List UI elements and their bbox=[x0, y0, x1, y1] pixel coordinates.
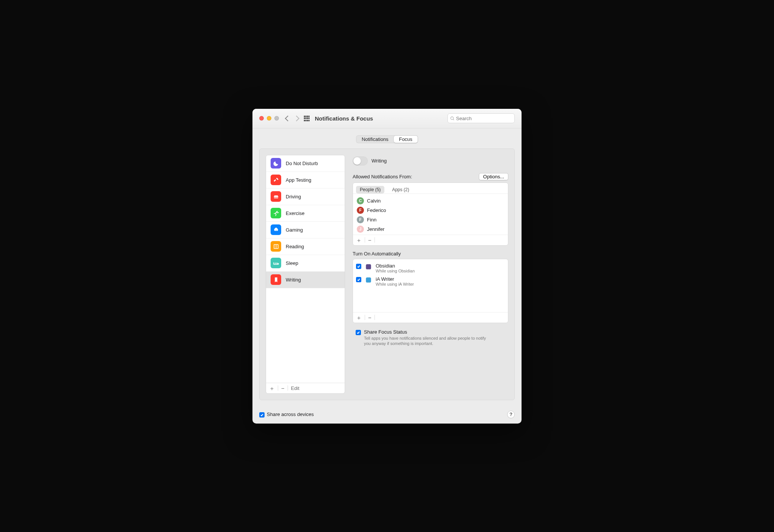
person-name: Finn bbox=[367, 217, 376, 223]
person-name: Calvin bbox=[367, 198, 381, 204]
sidebar-item-do-not-disturb[interactable]: Do Not Disturb bbox=[266, 155, 345, 172]
sidebar-item-writing[interactable]: Writing bbox=[266, 272, 345, 288]
tab-focus[interactable]: Focus bbox=[394, 136, 418, 143]
people-tab[interactable]: People (5) bbox=[356, 186, 384, 193]
person-row[interactable]: C Calvin bbox=[356, 196, 505, 206]
sidebar-item-app-testing[interactable]: App Testing bbox=[266, 172, 345, 189]
auto-header: Turn On Automatically bbox=[353, 251, 508, 257]
app-icon bbox=[365, 263, 372, 270]
avatar: J bbox=[357, 226, 364, 233]
share-focus-status-block: Share Focus Status Tell apps you have no… bbox=[353, 328, 508, 347]
runner-icon bbox=[271, 208, 281, 218]
add-focus-button[interactable]: ＋ bbox=[269, 385, 275, 391]
person-name: Federico bbox=[367, 207, 386, 213]
sidebar-footer: ＋ − Edit bbox=[266, 383, 345, 393]
focus-enabled-switch[interactable] bbox=[353, 156, 368, 165]
focus-item-label: Do Not Disturb bbox=[286, 161, 318, 166]
sidebar-item-sleep[interactable]: Sleep bbox=[266, 255, 345, 272]
person-row[interactable]: F Federico bbox=[356, 206, 505, 215]
car-icon bbox=[271, 191, 281, 202]
remove-auto-button[interactable]: − bbox=[368, 315, 372, 320]
svg-point-0 bbox=[450, 117, 453, 119]
auto-list: Obsidian While using Obsidian iA Writer … bbox=[353, 259, 508, 312]
remove-person-button[interactable]: − bbox=[368, 237, 372, 243]
help-button[interactable]: ? bbox=[507, 411, 515, 418]
auto-item-title: iA Writer bbox=[376, 276, 414, 282]
people-list: C Calvin F Federico F Finn J Jennifer bbox=[353, 194, 508, 235]
focus-item-label: Gaming bbox=[286, 227, 303, 233]
bottom-bar: Share across devices ? bbox=[252, 407, 522, 424]
search-input[interactable] bbox=[456, 116, 512, 121]
avatar: C bbox=[357, 197, 364, 204]
person-row[interactable]: F Finn bbox=[356, 215, 505, 224]
focus-item-label: App Testing bbox=[286, 177, 311, 183]
auto-item[interactable]: iA Writer While using iA Writer bbox=[356, 275, 505, 288]
auto-item-checkbox[interactable] bbox=[356, 277, 361, 282]
options-button[interactable]: Options... bbox=[479, 173, 508, 180]
focus-item-label: Writing bbox=[286, 277, 301, 283]
share-across-devices-checkbox[interactable] bbox=[259, 412, 265, 418]
search-field[interactable] bbox=[447, 113, 515, 123]
close-window-button[interactable] bbox=[259, 116, 264, 121]
sidebar-item-driving[interactable]: Driving bbox=[266, 189, 345, 205]
edit-focus-button[interactable]: Edit bbox=[291, 385, 299, 391]
add-person-button[interactable]: ＋ bbox=[356, 237, 362, 243]
book-icon bbox=[271, 241, 281, 252]
allowed-notifications-label: Allowed Notifications From: bbox=[353, 174, 412, 179]
back-button[interactable] bbox=[285, 115, 291, 121]
show-all-icon[interactable] bbox=[304, 116, 310, 121]
allowed-notifications-card: People (5) Apps (2) C Calvin F Federico … bbox=[353, 182, 508, 246]
sidebar-item-gaming[interactable]: Gaming bbox=[266, 222, 345, 238]
share-focus-status-title: Share Focus Status bbox=[364, 329, 492, 335]
focus-item-label: Exercise bbox=[286, 210, 305, 216]
traffic-lights bbox=[259, 116, 279, 121]
focus-item-label: Sleep bbox=[286, 260, 298, 266]
minimize-window-button[interactable] bbox=[267, 116, 271, 121]
svg-line-1 bbox=[453, 119, 454, 120]
apps-tab[interactable]: Apps (2) bbox=[388, 186, 413, 193]
sidebar-item-exercise[interactable]: Exercise bbox=[266, 205, 345, 222]
rocket-icon bbox=[271, 224, 281, 235]
sidebar-item-reading[interactable]: Reading bbox=[266, 238, 345, 255]
auto-item-checkbox[interactable] bbox=[356, 264, 361, 269]
auto-item-subtitle: While using Obsidian bbox=[376, 269, 415, 273]
share-across-devices-label: Share across devices bbox=[267, 411, 314, 417]
share-focus-status-desc: Tell apps you have notifications silence… bbox=[364, 336, 492, 347]
focus-sidebar: Do Not Disturb App Testing Driving Exerc… bbox=[266, 155, 345, 394]
auto-item-subtitle: While using iA Writer bbox=[376, 282, 414, 286]
share-focus-status-checkbox[interactable] bbox=[356, 330, 361, 335]
avatar: F bbox=[357, 216, 364, 223]
person-row[interactable]: J Jennifer bbox=[356, 224, 505, 234]
preferences-window: Notifications & Focus Notifications Focu… bbox=[252, 109, 522, 424]
remove-focus-button[interactable]: − bbox=[281, 385, 285, 391]
search-icon bbox=[450, 116, 455, 121]
add-auto-button[interactable]: ＋ bbox=[356, 315, 362, 320]
avatar: F bbox=[357, 207, 364, 214]
person-name: Jennifer bbox=[367, 226, 384, 232]
auto-card: Obsidian While using Obsidian iA Writer … bbox=[353, 259, 508, 323]
focus-name-label: Writing bbox=[372, 158, 387, 164]
focus-item-label: Reading bbox=[286, 244, 304, 249]
focus-panel: Do Not Disturb App Testing Driving Exerc… bbox=[259, 148, 515, 400]
focus-detail: Writing Allowed Notifications From: Opti… bbox=[353, 155, 508, 394]
auto-item-title: Obsidian bbox=[376, 263, 415, 269]
bed-icon bbox=[271, 258, 281, 268]
forward-button[interactable] bbox=[294, 115, 300, 121]
focus-item-label: Driving bbox=[286, 194, 301, 200]
bookmark-icon bbox=[271, 274, 281, 285]
zoom-window-button[interactable] bbox=[274, 116, 279, 121]
tools-icon bbox=[271, 175, 281, 185]
svg-rect-4 bbox=[366, 264, 371, 269]
tab-notifications[interactable]: Notifications bbox=[356, 136, 394, 143]
app-icon bbox=[365, 277, 372, 283]
titlebar: Notifications & Focus bbox=[252, 109, 522, 128]
svg-rect-5 bbox=[366, 277, 371, 283]
focus-list: Do Not Disturb App Testing Driving Exerc… bbox=[266, 155, 345, 383]
nav-buttons bbox=[286, 116, 299, 121]
auto-item[interactable]: Obsidian While using Obsidian bbox=[356, 261, 505, 275]
moon-icon bbox=[271, 158, 281, 169]
tabs-segmented-control: Notifications Focus bbox=[356, 135, 418, 143]
window-title: Notifications & Focus bbox=[315, 115, 373, 122]
